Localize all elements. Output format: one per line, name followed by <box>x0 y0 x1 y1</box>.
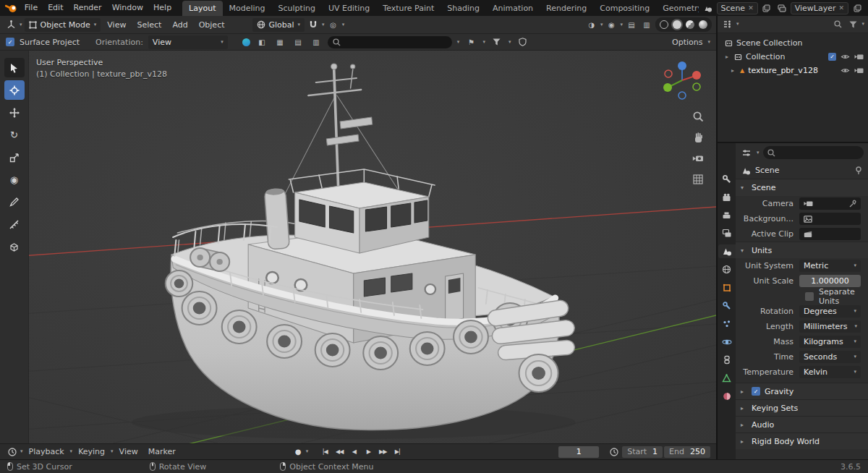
bookmark-icon[interactable]: ⚑ <box>464 35 477 48</box>
object-render-camera-icon[interactable] <box>854 67 864 75</box>
jump-to-start-button[interactable]: |◀ <box>318 446 331 458</box>
background-field[interactable] <box>799 213 861 225</box>
menu-file[interactable]: File <box>20 0 43 16</box>
tool-annotate[interactable] <box>4 192 25 212</box>
pan-hand-icon[interactable] <box>692 131 705 144</box>
frame-end-field[interactable]: End 250 <box>664 446 710 458</box>
tab-material[interactable] <box>718 389 736 403</box>
editor-type-3d-viewport-icon[interactable] <box>4 18 17 31</box>
rotation-dropdown[interactable]: Degrees ▾ <box>799 305 861 318</box>
overlays-toggle-icon[interactable]: ▤ <box>625 18 638 31</box>
section-keying-sets[interactable]: ▸ Keying Sets <box>736 399 868 416</box>
tab-world[interactable] <box>718 263 736 276</box>
workspace-tab-uv-editing[interactable]: UV Editing <box>322 1 376 16</box>
scene-name-field[interactable]: Scene ✕ <box>717 2 758 14</box>
menu-window[interactable]: Window <box>107 0 148 16</box>
transform-orientation-dropdown[interactable]: Global ▾ <box>252 18 305 32</box>
tool-search-input[interactable] <box>328 36 452 48</box>
unit-system-dropdown[interactable]: Metric ▾ <box>799 260 861 272</box>
tab-constraints[interactable] <box>718 353 736 367</box>
camera-view-icon[interactable] <box>692 152 705 165</box>
collection-render-camera-icon[interactable] <box>854 53 864 61</box>
snap-mode-b-icon[interactable]: ▦ <box>273 35 286 48</box>
section-gravity[interactable]: ▸ ✓ Gravity <box>736 383 868 399</box>
cursor-color-swatch[interactable] <box>242 38 250 46</box>
viewport-3d[interactable]: User Perspective (1) Collection | textur… <box>0 51 716 443</box>
object-expander-icon[interactable]: ▸ <box>729 67 736 74</box>
outliner-editor-icon[interactable] <box>721 18 734 31</box>
tab-object[interactable] <box>718 281 736 294</box>
menu-playback[interactable]: Playback <box>25 447 69 456</box>
time-dropdown[interactable]: Seconds ▾ <box>799 351 861 363</box>
gizmo-x-neg[interactable] <box>665 70 672 77</box>
scenes-browse-icon[interactable] <box>702 1 715 14</box>
tab-view-layer[interactable] <box>718 226 736 240</box>
outliner-editor-caret-icon[interactable]: ▾ <box>736 22 739 27</box>
tool-add-cube[interactable] <box>4 237 25 257</box>
gizmo-z-neg[interactable] <box>678 92 686 99</box>
tab-tool[interactable] <box>718 172 736 186</box>
surface-project-checkbox[interactable]: ✓ <box>6 38 14 46</box>
object-visibility-dropdown-icon[interactable]: ◑ <box>585 18 598 31</box>
gizmo-y-axis[interactable] <box>663 83 672 92</box>
outliner-row-object[interactable]: ▸ ▲ texture_pbr_v128 <box>718 64 868 77</box>
workspace-tab-geometry-nodes[interactable]: Geometry Noc <box>656 1 698 16</box>
options-caret-icon[interactable]: ▾ <box>707 40 710 45</box>
gizmo-y-neg[interactable] <box>693 83 700 90</box>
shading-wireframe-button[interactable] <box>658 19 670 30</box>
gravity-checkbox[interactable]: ✓ <box>752 387 760 396</box>
scene-unlink-icon[interactable]: ✕ <box>748 4 754 12</box>
zoom-icon[interactable] <box>692 110 705 123</box>
snap-mode-a-icon[interactable]: ◧ <box>255 35 268 48</box>
temperature-dropdown[interactable]: Kelvin ▾ <box>799 366 861 378</box>
tab-physics[interactable] <box>718 335 736 349</box>
snap-magnet-icon[interactable] <box>307 18 320 31</box>
viewport-canvas[interactable] <box>0 51 716 443</box>
visibility-caret-icon[interactable]: ▾ <box>600 22 603 27</box>
prev-keyframe-button[interactable]: ◀◀ <box>333 446 346 458</box>
shading-material-button[interactable] <box>684 19 696 30</box>
snap-mode-c-icon[interactable]: ▤ <box>292 35 305 48</box>
menu-select[interactable]: Select <box>132 16 166 34</box>
bookmark-caret-icon[interactable]: ▾ <box>482 40 485 45</box>
preview-range-clock-icon[interactable] <box>608 446 621 459</box>
separate-units-checkbox[interactable] <box>805 292 814 301</box>
filter-caret-icon[interactable]: ▾ <box>509 40 511 45</box>
menu-marker[interactable]: Marker <box>144 447 180 456</box>
mass-dropdown[interactable]: Kilograms ▾ <box>799 336 861 348</box>
workspace-tab-layout[interactable]: Layout <box>182 1 222 16</box>
frame-start-field[interactable]: Start 1 <box>622 446 663 458</box>
camera-field[interactable] <box>799 197 861 210</box>
workspace-tab-modeling[interactable]: Modeling <box>223 1 272 16</box>
tool-scale[interactable] <box>4 148 25 167</box>
blender-logo-icon[interactable] <box>3 4 20 13</box>
section-audio[interactable]: ▸ Audio <box>736 416 868 432</box>
menu-timeline-view[interactable]: View <box>115 447 142 456</box>
workspace-tab-compositing[interactable]: Compositing <box>593 1 656 16</box>
menu-render[interactable]: Render <box>68 0 106 16</box>
new-scene-icon[interactable] <box>760 1 773 14</box>
tool-cursor[interactable] <box>4 80 25 100</box>
outliner-filter-caret-icon[interactable]: ▾ <box>861 22 864 27</box>
tab-particles[interactable] <box>718 317 736 331</box>
properties-editor-caret-icon[interactable]: ▾ <box>757 150 760 155</box>
tab-modifiers[interactable] <box>718 299 736 312</box>
new-viewlayer-icon[interactable] <box>851 1 864 14</box>
shading-solid-button[interactable] <box>671 19 683 30</box>
shield-icon[interactable] <box>516 35 529 48</box>
auto-keying-record-button[interactable]: ● <box>292 446 305 458</box>
outliner-filter-icon[interactable] <box>846 18 859 31</box>
outliner-row-scene-collection[interactable]: Scene Collection <box>718 36 868 50</box>
ortho-grid-icon[interactable] <box>692 173 705 186</box>
tugboat-model[interactable] <box>132 64 576 439</box>
workspace-tab-sculpting[interactable]: Sculpting <box>272 1 322 16</box>
tab-render[interactable] <box>718 190 736 204</box>
tab-object-data[interactable] <box>718 371 736 385</box>
tool-rotate[interactable]: ↻ <box>4 125 25 145</box>
properties-editor-icon[interactable] <box>740 146 753 159</box>
tool-orientation-dropdown[interactable]: View ▾ <box>148 35 228 49</box>
jump-to-end-button[interactable]: ▶| <box>391 446 404 458</box>
search-caret-icon[interactable]: ▾ <box>457 40 460 45</box>
play-button[interactable]: ▶ <box>362 446 375 458</box>
proportional-editing-icon[interactable]: ◎ <box>327 18 340 31</box>
